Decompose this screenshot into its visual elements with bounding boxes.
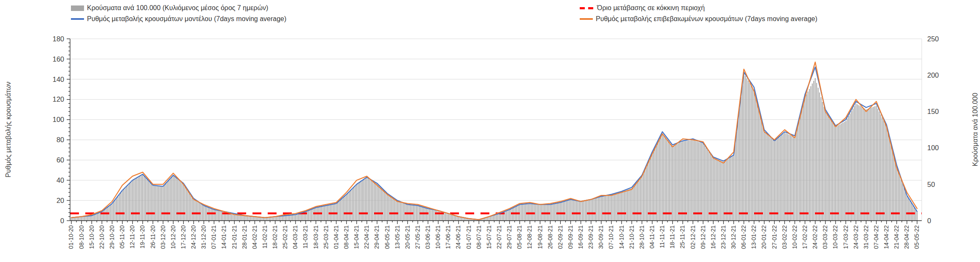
svg-text:24-06-21: 24-06-21 [455,225,461,249]
svg-text:200: 200 [927,71,939,79]
svg-text:0: 0 [60,217,64,224]
svg-text:180: 180 [52,35,64,43]
svg-text:11-02-21: 11-02-21 [261,225,268,248]
svg-text:03-12-20: 03-12-20 [160,225,166,249]
svg-text:03-06-21: 03-06-21 [424,225,431,249]
left-axis-title: Ρυθμός μεταβολής κρουσμάτων [4,39,13,221]
legend-label: Κρούσματα ανά 100.000 (Κυλιόμενος μέσος … [87,4,268,12]
right-axis-tick-labels: 050100150200250 [927,35,939,224]
svg-text:17-03-22: 17-03-22 [842,225,849,249]
svg-text:10-06-21: 10-06-21 [434,225,441,249]
svg-text:22-04-21: 22-04-21 [363,225,370,249]
svg-text:160: 160 [52,55,64,63]
svg-text:30-09-21: 30-09-21 [597,225,604,249]
svg-text:22-07-21: 22-07-21 [496,225,502,249]
svg-text:04-03-21: 04-03-21 [292,225,299,249]
legend-item-cases-per-100k: Κρούσματα ανά 100.000 (Κυλιόμενος μέσος … [71,4,268,12]
svg-text:28-01-21: 28-01-21 [241,225,248,249]
svg-text:07-04-22: 07-04-22 [873,225,880,249]
svg-text:01-04-21: 01-04-21 [333,225,339,249]
svg-text:25-03-21: 25-03-21 [323,225,329,249]
svg-text:20: 20 [57,197,64,204]
bar-swatch-icon [71,5,84,11]
svg-text:80: 80 [57,136,64,143]
svg-text:19-11-20: 19-11-20 [139,225,146,248]
svg-text:15-07-21: 15-07-21 [486,225,492,249]
svg-text:02-12-21: 02-12-21 [690,225,696,249]
svg-text:08-07-21: 08-07-21 [475,225,482,249]
svg-text:20-05-21: 20-05-21 [404,225,411,249]
svg-text:60: 60 [57,156,64,164]
svg-text:09-09-21: 09-09-21 [567,225,574,249]
svg-text:18-11-21: 18-11-21 [669,225,676,248]
svg-text:13-01-22: 13-01-22 [750,225,757,249]
svg-text:31-12-20: 31-12-20 [200,225,207,249]
svg-text:05-08-21: 05-08-21 [516,225,523,249]
svg-text:100: 100 [927,144,939,151]
svg-text:21-04-22: 21-04-22 [893,225,900,249]
cases-rate-chart: 0204060801001201401601800501001502002500… [0,0,980,262]
svg-text:24-03-22: 24-03-22 [852,225,859,249]
gridlines [70,39,922,221]
legend-item-confirmed-rate: Ρυθμός μεταβολής επιβεβαιωμένων κρουσμάτ… [580,15,817,23]
svg-text:17-06-21: 17-06-21 [445,225,451,249]
svg-text:14-10-21: 14-10-21 [618,225,625,249]
legend-item-red-zone-threshold: Όριο μετάβασης σε κόκκινη περιοχή [580,4,705,12]
svg-text:28-04-22: 28-04-22 [903,225,910,249]
legend-label: Ρυθμός μεταβολής κρουσμάτων μοντέλου (7d… [87,15,286,23]
svg-text:16-12-21: 16-12-21 [710,225,717,249]
dashed-line-swatch-icon [580,7,594,9]
svg-text:26-08-21: 26-08-21 [547,225,554,249]
svg-text:22-10-20: 22-10-20 [98,225,105,249]
svg-text:29-10-20: 29-10-20 [109,225,115,249]
svg-text:12-08-21: 12-08-21 [526,225,533,249]
svg-text:05-11-20: 05-11-20 [119,225,125,248]
svg-text:04-11-21: 04-11-21 [649,225,655,248]
legend-label: Όριο μετάβασης σε κόκκινη περιοχή [597,4,705,12]
svg-text:18-03-21: 18-03-21 [312,225,319,249]
svg-text:25-11-21: 25-11-21 [679,225,686,248]
svg-text:13-05-21: 13-05-21 [394,225,401,249]
svg-text:06-01-22: 06-01-22 [740,225,747,249]
svg-text:15-10-20: 15-10-20 [88,225,95,249]
svg-text:06-05-21: 06-05-21 [384,225,391,249]
svg-text:20-01-22: 20-01-22 [760,225,767,249]
svg-text:01-07-21: 01-07-21 [465,225,472,249]
svg-text:10-12-20: 10-12-20 [170,225,176,249]
svg-text:10-03-22: 10-03-22 [832,225,839,249]
svg-text:17-02-22: 17-02-22 [801,225,808,249]
chart-figure: 0204060801001201401601800501001502002500… [0,0,980,262]
svg-text:50: 50 [927,181,935,188]
svg-text:09-12-21: 09-12-21 [700,225,706,249]
svg-text:0: 0 [927,217,931,224]
svg-text:16-09-21: 16-09-21 [577,225,584,249]
svg-text:25-02-21: 25-02-21 [282,225,288,249]
svg-text:15-04-21: 15-04-21 [353,225,360,249]
svg-text:27-01-22: 27-01-22 [771,225,778,249]
svg-text:140: 140 [52,76,64,83]
svg-text:23-12-21: 23-12-21 [720,225,727,249]
svg-text:01-10-20: 01-10-20 [68,225,74,249]
line-swatch-icon [71,18,84,20]
left-axis-tick-labels: 020406080100120140160180 [52,35,64,224]
svg-text:04-02-21: 04-02-21 [251,225,258,249]
svg-text:08-04-21: 08-04-21 [343,225,350,249]
svg-text:26-11-20: 26-11-20 [149,225,156,248]
svg-text:18-02-21: 18-02-21 [271,225,278,249]
svg-text:100: 100 [52,116,64,123]
x-axis-date-labels: 01-10-2008-10-2015-10-2022-10-2029-10-20… [68,225,920,249]
svg-text:17-12-20: 17-12-20 [180,225,187,249]
svg-text:07-01-21: 07-01-21 [210,225,217,249]
svg-text:150: 150 [927,108,939,115]
line-swatch-icon [580,18,593,20]
svg-text:21-01-21: 21-01-21 [231,225,238,249]
svg-text:31-03-22: 31-03-22 [863,225,869,249]
svg-text:28-10-21: 28-10-21 [638,225,645,249]
svg-text:30-12-21: 30-12-21 [730,225,737,249]
svg-text:24-02-22: 24-02-22 [812,225,818,249]
svg-text:05-05-22: 05-05-22 [913,225,920,249]
svg-text:29-07-21: 29-07-21 [506,225,513,249]
svg-text:24-12-20: 24-12-20 [190,225,197,249]
svg-text:250: 250 [927,35,939,43]
svg-text:14-04-22: 14-04-22 [883,225,890,249]
